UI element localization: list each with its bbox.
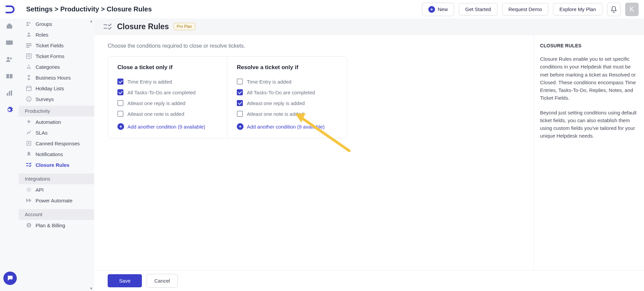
sidebar-item-label: Closure Rules (36, 162, 69, 168)
closure-rules-icon (25, 161, 32, 168)
close-condition[interactable]: Time Entry is added (117, 76, 218, 87)
power-automate-icon (25, 197, 32, 204)
sidebar-item-plan-billing[interactable]: $Plan & Billing (19, 220, 94, 231)
sidebar-item-label: Ticket Fields (36, 43, 64, 48)
checkbox[interactable] (117, 89, 123, 95)
sidebar-item-automation[interactable]: Automation (19, 116, 94, 127)
sidebar-item-label: Holiday Lists (36, 86, 64, 91)
notifications-button[interactable] (607, 3, 621, 16)
sidebar-header-productivity: Productivity (19, 106, 94, 116)
chat-widget-button[interactable] (3, 272, 17, 285)
api-icon (25, 186, 32, 193)
nav-settings-icon[interactable] (5, 105, 14, 114)
sidebar-item-label: Power Automate (36, 198, 72, 203)
svg-rect-0 (6, 41, 13, 45)
checkbox[interactable] (237, 111, 243, 117)
resolve-card-title: Resolve a ticket only if (237, 64, 337, 71)
resolve-condition[interactable]: Atleast one note is added (237, 108, 337, 119)
request-demo-button[interactable]: Request Demo (502, 3, 548, 15)
categories-icon (25, 63, 32, 70)
page-intro: Choose the conditions required to close … (108, 43, 520, 49)
condition-label: Atleast one note is added (127, 111, 184, 117)
sidebar-item-business-hours[interactable]: Business Hours (19, 72, 94, 83)
svg-rect-15 (26, 86, 31, 91)
nav-knowledge-icon[interactable] (5, 71, 14, 81)
sidebar-item-surveys[interactable]: Surveys (19, 94, 94, 104)
scroll-down-indicator: ▼ (90, 287, 93, 290)
sidebar-header-integrations: Integrations (19, 174, 94, 184)
resolve-condition[interactable]: Time Entry is added (237, 76, 337, 87)
save-button[interactable]: Save (108, 274, 142, 287)
sidebar-item-label: Plan & Billing (36, 223, 65, 228)
sidebar-item-canned-responses[interactable]: Canned Responses (19, 138, 94, 149)
sidebar-item-categories[interactable]: Categories (19, 61, 94, 72)
sidebar-item-label: Canned Responses (36, 141, 80, 146)
svg-point-18 (28, 98, 29, 99)
plus-icon: + (117, 123, 124, 130)
sidebar-item-label: Roles (36, 32, 48, 38)
sidebar-item-label: Ticket Forms (36, 53, 64, 59)
sidebar-item-holiday-lists[interactable]: Holiday Lists (19, 83, 94, 94)
nav-users-icon[interactable] (5, 55, 14, 64)
automation-icon (25, 118, 32, 125)
forms-icon (25, 53, 32, 59)
close-condition[interactable]: Atleast one note is added (117, 108, 218, 119)
svg-rect-5 (11, 90, 12, 96)
checkbox[interactable] (117, 111, 123, 117)
condition-label: Atleast one reply is added (247, 100, 305, 106)
new-button[interactable]: + New (422, 3, 454, 16)
groups-icon (25, 20, 32, 27)
svg-point-8 (28, 33, 30, 35)
sidebar-item-ticket-fields[interactable]: Ticket Fields (19, 40, 94, 51)
get-started-button[interactable]: Get Started (459, 3, 497, 15)
sidebar-item-label: SLAs (36, 130, 48, 136)
app-logo[interactable] (3, 4, 16, 14)
checkbox[interactable] (117, 79, 123, 85)
checkbox[interactable] (117, 100, 123, 106)
sidebar-item-roles[interactable]: Roles (19, 29, 94, 40)
checkbox[interactable] (237, 100, 243, 106)
resolve-condition[interactable]: Atleast one reply is added (237, 98, 337, 108)
new-button-label: New (438, 6, 448, 12)
sidebar-item-power-automate[interactable]: Power Automate (19, 195, 94, 206)
sidebar-item-label: Groups (36, 21, 52, 27)
nav-reports-icon[interactable] (5, 88, 14, 98)
cancel-button[interactable]: Cancel (147, 274, 178, 288)
svg-rect-9 (26, 43, 32, 44)
sidebar-item-groups[interactable]: Groups (19, 18, 94, 29)
close-add-condition-link[interactable]: + Add another condition (9 available) (117, 123, 218, 130)
condition-label: Atleast one note is added (247, 111, 304, 117)
sidebar-item-api[interactable]: API (19, 184, 94, 195)
info-paragraph: Closure Rules enable you to set specific… (540, 55, 638, 102)
chat-icon (7, 275, 13, 282)
checkbox[interactable] (237, 89, 243, 95)
close-condition[interactable]: All Tasks-To-Do are completed (117, 87, 218, 98)
close-condition[interactable]: Atleast one reply is added (117, 98, 218, 108)
close-card-title: Close a ticket only if (117, 64, 218, 71)
plus-icon: + (428, 6, 435, 13)
checkbox[interactable] (237, 79, 243, 85)
avatar[interactable]: K (625, 3, 639, 16)
sidebar-item-ticket-forms[interactable]: Ticket Forms (19, 51, 94, 61)
explore-plan-button[interactable]: Explore My Plan (553, 3, 602, 15)
sidebar-item-closure-rules[interactable]: Closure Rules (19, 159, 94, 170)
billing-icon: $ (25, 222, 32, 229)
close-conditions-card: Close a ticket only if Time Entry is add… (108, 57, 227, 138)
nav-home-icon[interactable] (5, 21, 14, 31)
svg-rect-3 (7, 93, 8, 96)
roles-icon (25, 31, 32, 38)
svg-rect-4 (9, 91, 10, 96)
sidebar-item-slas[interactable]: SLAs (19, 127, 94, 138)
sidebar-header-account: Account (19, 209, 94, 220)
info-title: CLOSURE RULES (540, 43, 638, 48)
sla-icon (25, 129, 32, 136)
svg-rect-11 (26, 47, 30, 48)
sidebar-item-notifications[interactable]: Notifications (19, 149, 94, 159)
resolve-condition[interactable]: All Tasks-To-Do are completed (237, 87, 337, 98)
svg-point-6 (26, 22, 29, 24)
resolve-add-condition-link[interactable]: + Add another condition (9 available) (237, 123, 337, 130)
breadcrumb: Settings > Productivity > Closure Rules (26, 5, 152, 13)
nav-tickets-icon[interactable] (5, 38, 14, 47)
condition-label: Time Entry is added (127, 79, 172, 85)
condition-label: Atleast one reply is added (127, 100, 185, 106)
